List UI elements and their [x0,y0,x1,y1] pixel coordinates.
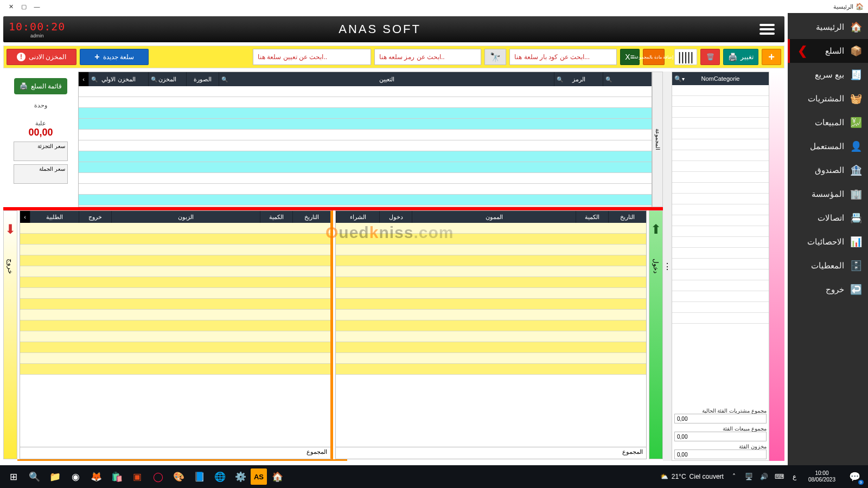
sidebar-item-label: اتصالات [818,213,844,223]
minimize-button[interactable]: — [30,0,43,13]
tray-keyboard-icon[interactable]: ⌨ [775,473,784,480]
out-side-strip[interactable]: ⬇ خروج [3,210,17,459]
delete-button[interactable]: 🗑️ [700,49,720,65]
explorer-icon[interactable]: 📁 [44,466,65,487]
search-icon[interactable]: 🔍 [674,75,682,82]
out-col-out[interactable]: خروج [88,214,102,221]
tray-lang-icon[interactable]: ع [790,473,800,480]
settings-icon[interactable]: ⚙️ [230,466,251,487]
sidebar-item-quicksale[interactable]: 🧾 بيع سريع [788,63,868,87]
sidebar-item-stats[interactable]: 📊 الاحصائيات [788,230,868,254]
in-col-in[interactable]: دخول [389,214,403,221]
barcode-button[interactable]: ||||| [674,49,697,65]
in-col-date[interactable]: التاريخ [620,214,635,221]
sidebar-item-cash[interactable]: 🏦 الصندوق [788,158,868,182]
out-scroll[interactable]: ‹ [20,211,30,223]
weather-temp: 21°C [672,473,686,480]
tray-network-icon[interactable]: 🖥️ [744,473,754,480]
add-group-button[interactable]: إضافة مادة بالمجموعة [643,49,665,65]
sidebar-item-purchases[interactable]: 🧺 المشتريات [788,87,868,111]
sum-sales-value[interactable] [674,432,767,441]
orange-underline [17,459,347,461]
out-col-qty[interactable]: الكمية [269,214,284,221]
sidebar-item-exit[interactable]: ↩️ خروج [788,278,868,301]
category-panel: 🔍 ▾ NomCategorie مجموع مشتريات الفئة الح… [672,72,769,461]
arrow-up-icon: ⬆ [650,222,661,237]
hamburger-icon[interactable] [760,24,775,35]
add-button[interactable]: + [762,49,781,65]
taskbar-clock[interactable]: 10:00 08/06/2023 [805,470,839,483]
sum-purchases-value[interactable] [674,414,767,423]
collapse-handle-outer[interactable]: ⋮ [663,72,672,461]
col-code[interactable]: الرمز [572,76,585,83]
in-col-qty[interactable]: الكمية [585,214,599,221]
tray-volume-icon[interactable]: 🔊 [760,473,769,480]
out-col-order[interactable]: الطلبية [46,214,63,221]
retail-box[interactable]: سعر التجزئة [14,142,68,161]
notifications-button[interactable]: 💬9 [844,466,865,487]
sidebar-item-contacts[interactable]: 📇 اتصالات [788,206,868,230]
product-table: 🔍 الرمز🔍 التعيين🔍 الصورة المخزن🔍 المخزن … [78,72,652,207]
out-table: التاريخ الكمية الزبون خروج الطلبية ‹ [20,210,333,459]
receipt-icon: 🧾 [850,68,863,81]
app-icon[interactable]: 🌐 [209,466,230,487]
change-button[interactable]: 🖨️تغيير [723,49,758,65]
sidebar-item-data[interactable]: 🗄️ المعطيات [788,254,868,278]
weather-icon: ⛅ [660,473,668,480]
sidebar-item-sales[interactable]: 💹 المبيعات [788,111,868,134]
powerpoint-icon[interactable]: ▣ [127,466,148,487]
sidebar: 🏠 الرئيسية 📦 السلع ❮ 🧾 بيع سريع 🧺 المشتر… [788,13,868,465]
min-stock-button[interactable]: !المخزن الادنى [7,49,76,65]
in-side-strip[interactable]: ⬆ دخول [649,210,663,459]
wholesale-box[interactable]: سعر الجملة [14,164,68,184]
search-barcode-input[interactable]: ابحث عن كود بار سلعة هنا... [509,49,617,65]
start-button[interactable]: ⊞ [3,466,24,487]
weather-widget[interactable]: ⛅ 21°C Ciel couvert [660,473,724,480]
maximize-button[interactable]: ▢ [17,0,30,13]
col-image[interactable]: الصورة [194,76,212,83]
group-handle[interactable]: المجموعة [652,72,663,207]
sidebar-item-label: المؤسسة [812,189,844,199]
dropdown-icon[interactable]: ▾ [682,76,685,82]
out-col-date[interactable]: التاريخ [304,214,319,221]
stock-value[interactable] [674,450,767,459]
product-list-button[interactable]: 🖨️قائمة السلع [14,78,67,94]
search-button[interactable]: 🔍 [24,466,44,487]
category-header: 🔍 ▾ NomCategorie [672,72,769,85]
sidebar-item-company[interactable]: 🏢 المؤسسة [788,182,868,206]
close-button[interactable]: ✕ [4,0,17,13]
sum-sales-label: مجموع مبيعات الفئة [674,426,767,432]
user-icon: 👤 [850,140,863,153]
in-col-buy[interactable]: الشراء [350,214,366,221]
arrow-down-icon: ⬇ [5,222,16,237]
chrome-icon[interactable]: ◉ [65,466,86,487]
database-icon: 🗄️ [850,259,863,272]
anas-app-icon[interactable]: AS [251,468,267,485]
notepad-icon[interactable]: 📘 [189,466,209,487]
sidebar-item-label: المستعمل [810,142,844,151]
toolbar: + 🖨️تغيير 🗑️ ||||| إضافة مادة بالمجموعة … [3,46,784,68]
home-taskbar-icon[interactable]: 🏠 [267,466,288,487]
paint-icon[interactable]: 🎨 [168,466,189,487]
col-design[interactable]: التعيين [379,76,394,83]
search-name-input[interactable]: ابحث عن تعيين سلعة هنا.. [253,49,371,65]
product-side-panel: 🖨️قائمة السلع وحدة علبة 00,00 سعر التجزئ… [3,72,78,207]
store-icon[interactable]: 🛍️ [106,466,127,487]
tray-chevron-icon[interactable]: ˄ [729,473,739,480]
col-init-stock[interactable]: المخزن الاولي [101,76,135,83]
price-value: 00,00 [28,127,53,138]
sidebar-item-label: المعطيات [811,261,844,271]
col-stock[interactable]: المخزن [158,76,176,83]
out-col-client[interactable]: الزبون [178,214,194,221]
opera-icon[interactable]: ◯ [148,466,168,487]
new-product-button[interactable]: +سلعة جديدة [80,49,149,65]
sidebar-item-home[interactable]: 🏠 الرئيسية [788,15,868,39]
user-label: admin [30,33,44,38]
binoculars-icon[interactable]: 🔭 [484,49,506,65]
scroll-left[interactable]: ‹ [79,72,88,86]
firefox-icon[interactable]: 🦊 [86,466,106,487]
in-col-supplier[interactable]: الممون [486,214,503,221]
sidebar-item-user[interactable]: 👤 المستعمل [788,134,868,158]
sidebar-item-products[interactable]: 📦 السلع ❮ [788,39,868,63]
search-code-input[interactable]: ابحث عن رمز سلعه هنا.. [374,49,482,65]
